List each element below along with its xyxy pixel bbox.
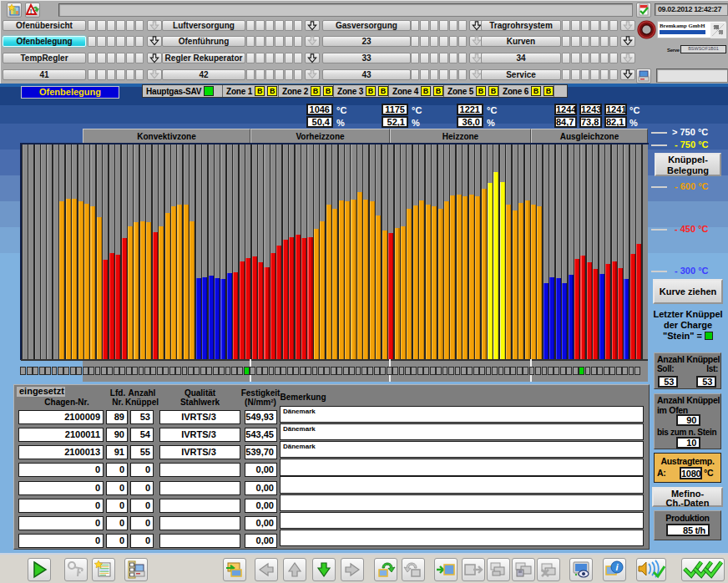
svg-text:!: !: [30, 8, 33, 15]
